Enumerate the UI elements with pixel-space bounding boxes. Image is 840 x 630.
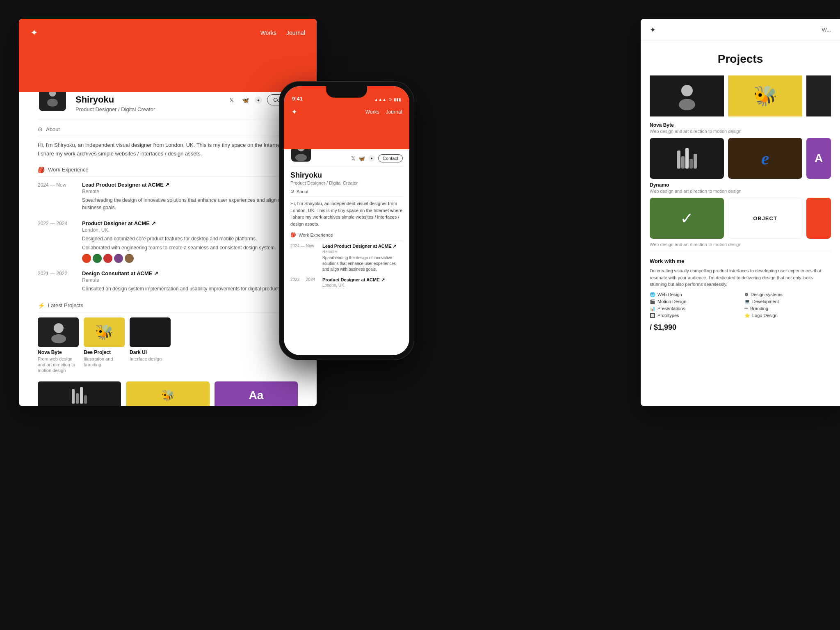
right-proj-label-1: Nova Byte Web design and art direction t… <box>650 122 831 134</box>
service-presentations: 📊 Presentations <box>650 306 736 311</box>
phone-nav-journal[interactable]: Journal <box>386 109 402 115</box>
right-proj-1[interactable] <box>650 75 724 116</box>
service-branding: ✏ Branding <box>744 306 831 311</box>
about-text: Hi, I'm Shiryoku, an independent visual … <box>38 141 298 158</box>
bottom-project-1[interactable]: Art Direction <box>38 381 121 406</box>
right-proj-thumb-1 <box>650 75 724 116</box>
phone-profile-role: Product Designer / Digital Creator <box>290 180 403 185</box>
phone-work-icon: 🎒 <box>290 232 296 237</box>
site-hero <box>19 47 317 92</box>
twitter-icon[interactable]: 𝕏 <box>227 96 236 105</box>
price-tag: / $1,990 <box>650 323 831 332</box>
project-desc-3: Interface design <box>130 356 171 362</box>
wifi-icon: ⊙ <box>388 97 392 102</box>
project-name-2: Bee Project <box>84 349 125 355</box>
signal-icon: ▲▲▲ <box>374 97 386 102</box>
right-proj-thumb-7: ✓ <box>650 198 724 239</box>
scene: ✦ Works Journal Shiryoku <box>0 0 840 630</box>
design-systems-icon: ⚙ <box>744 292 749 297</box>
phone-avatar <box>290 149 312 162</box>
projects-row-3: ✓ OBJECT <box>650 198 831 239</box>
right-proj-label-2: Dynamo Web design and art direction to m… <box>650 182 831 194</box>
profile-name: Shiryoku <box>75 94 155 105</box>
phone-about-icon: ⊙ <box>290 189 294 194</box>
right-proj-4[interactable] <box>650 138 724 179</box>
phone-other-icon[interactable]: ● <box>368 155 375 162</box>
bottom-project-2[interactable]: 🐝 Illustration <box>126 381 209 406</box>
bottom-projects-row: Art Direction 🐝 Illustration Aa Typograp… <box>38 381 298 406</box>
project-nova-byte[interactable]: Nova Byte From web design and art direct… <box>38 317 79 374</box>
right-nav: ✦ W... <box>641 19 840 41</box>
motion-design-icon: 🎬 <box>650 299 655 304</box>
work-title-3[interactable]: Design Consultant at ACME ↗ <box>82 270 298 276</box>
service-web-design: 🌐 Web Design <box>650 292 736 297</box>
right-proj-thumb-4 <box>650 138 724 179</box>
phone-work-title-1[interactable]: Lead Product Designer at ACME ↗ <box>322 244 403 249</box>
svg-point-5 <box>295 154 307 161</box>
battery-icon: ▮▮▮ <box>394 97 401 102</box>
work-entry-1: 2024 — Now Lead Product Designer at ACME… <box>38 182 298 213</box>
projects-row-1: 🐝 <box>650 75 831 116</box>
work-experience-section: 🎒 Work Experience 2024 — Now Lead Produc… <box>38 167 298 294</box>
work-details-2: Product Designer at ACME ↗ London, UK. D… <box>82 220 298 263</box>
service-design-systems: ⚙ Design systems <box>744 292 831 297</box>
phone-nav: ✦ Works Journal <box>284 104 409 121</box>
service-development: 💻 Development <box>744 299 831 304</box>
work-icon: 🎒 <box>38 167 45 173</box>
right-proj-6[interactable]: A <box>806 138 831 179</box>
work-location-2: London, UK. <box>82 227 298 233</box>
phone-bluesky-icon[interactable]: 🦋 <box>358 155 365 162</box>
right-proj-2[interactable]: 🐝 <box>728 75 802 116</box>
phone-content: 𝕏 🦋 ● Contact Shiryoku Product Designer … <box>284 149 409 355</box>
nav-journal[interactable]: Journal <box>286 30 305 36</box>
phone-work-location-1: Remote <box>322 249 403 254</box>
right-proj-thumb-2: 🐝 <box>728 75 802 116</box>
work-details-1: Lead Product Designer at ACME ↗ Remote S… <box>82 182 298 213</box>
svg-point-3 <box>51 334 66 343</box>
right-proj-5[interactable]: e <box>728 138 802 179</box>
phone-twitter-icon[interactable]: 𝕏 <box>351 155 355 162</box>
projects-page-title: Projects <box>650 52 831 66</box>
work-with-desc: I'm creating visually compelling product… <box>650 267 831 288</box>
service-motion-design: 🎬 Motion Design <box>650 299 736 304</box>
work-title-1[interactable]: Lead Product Designer at ACME ↗ <box>82 182 298 188</box>
bluesky-icon[interactable]: 🦋 <box>241 96 250 105</box>
services-grid: 🌐 Web Design ⚙ Design systems 🎬 Motion D… <box>650 292 831 318</box>
right-proj-8[interactable]: OBJECT <box>728 198 802 239</box>
project-bee[interactable]: 🐝 Bee Project Illustration and branding <box>84 317 125 374</box>
phone-contact-button[interactable]: Contact <box>378 154 403 162</box>
project-dark-ui[interactable]: Dark UI Interface design <box>130 317 171 374</box>
phone-logo-icon: ✦ <box>291 107 297 116</box>
phone-profile-header: 𝕏 🦋 ● Contact <box>290 149 403 167</box>
presentations-icon: 📊 <box>650 306 655 311</box>
work-date-1: 2024 — Now <box>38 182 74 213</box>
nav-works[interactable]: Works <box>260 30 276 36</box>
svg-point-6 <box>681 85 693 96</box>
work-details-3: Design Consultant at ACME ↗ Remote Consu… <box>82 270 298 294</box>
work-with-me-section: Work with me I'm creating visually compe… <box>650 252 831 332</box>
phone-nav-works[interactable]: Works <box>365 109 379 115</box>
other-social-icon[interactable]: ● <box>255 96 262 104</box>
latest-projects-section: ⚡ Latest Projects Nova Byte From web <box>38 302 298 374</box>
work-entry-3: 2021 — 2022 Design Consultant at ACME ↗ … <box>38 270 298 294</box>
bottom-project-3[interactable]: Aa Typography <box>215 381 298 406</box>
work-date-2: 2022 — 2024 <box>38 220 74 263</box>
phone-hero <box>284 121 409 149</box>
profile-role: Product Designer / Digital Creator <box>75 106 155 112</box>
phone-work-details-1: Lead Product Designer at ACME ↗ Remote S… <box>322 244 403 272</box>
phone-mockup: 9:41 ▲▲▲ ⊙ ▮▮▮ ✦ Works Journal <box>279 81 414 360</box>
right-nav-works[interactable]: W... <box>822 27 831 33</box>
right-logo-icon: ✦ <box>650 25 656 34</box>
site-logo-icon: ✦ <box>30 27 38 38</box>
team-avatar-5 <box>125 254 134 263</box>
right-proj-7[interactable]: ✓ <box>650 198 724 239</box>
project-desc-2: Illustration and branding <box>84 356 125 368</box>
phone-social-links: 𝕏 🦋 ● Contact <box>351 154 403 162</box>
phone-outer: 9:41 ▲▲▲ ⊙ ▮▮▮ ✦ Works Journal <box>279 81 414 360</box>
phone-work-title-2[interactable]: Product Designer at ACME ↗ <box>322 277 403 283</box>
projects-row-2: e A <box>650 138 831 179</box>
work-title-2[interactable]: Product Designer at ACME ↗ <box>82 220 298 226</box>
right-proj-9[interactable] <box>806 198 831 239</box>
phone-status-icons: ▲▲▲ ⊙ ▮▮▮ <box>374 97 401 102</box>
right-proj-3[interactable] <box>806 75 831 116</box>
